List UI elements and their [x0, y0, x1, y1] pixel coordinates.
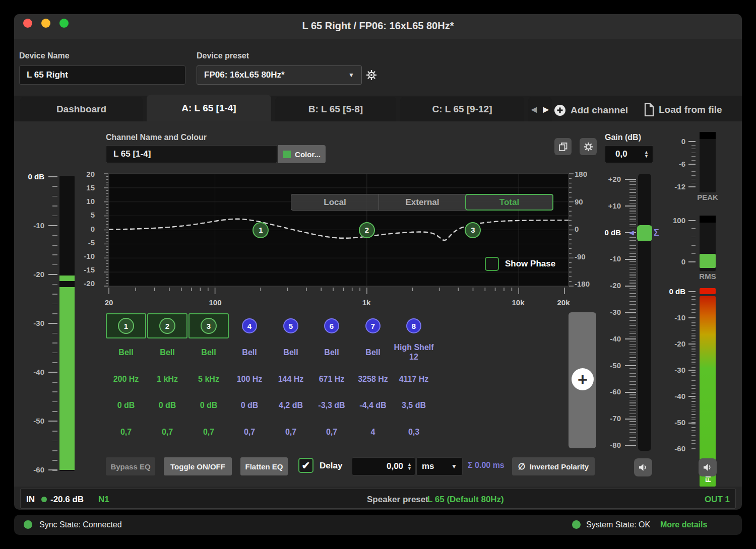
add-eq-band-column[interactable]: +	[569, 312, 596, 448]
minimize-window-button[interactable]	[41, 19, 50, 28]
zoom-window-button[interactable]	[59, 19, 69, 28]
device-preset-label: Device preset	[197, 51, 249, 60]
show-phase-checkbox[interactable]	[485, 257, 499, 271]
eq-band-q: 0,7	[147, 428, 187, 437]
plus-circle-icon	[554, 104, 566, 116]
output-meter-clip-indicator	[700, 288, 716, 294]
tick-label: -50	[15, 417, 44, 426]
peak-meter-scale: 0-6-12	[666, 137, 685, 191]
speaker-icon	[639, 463, 648, 471]
tick-label: -20	[15, 270, 44, 279]
delay-label: Delay	[320, 461, 342, 471]
eq-band-number[interactable]: 2	[159, 318, 175, 334]
rms-meter-label: RMS	[692, 272, 723, 281]
eq-graph-svg[interactable]	[85, 171, 589, 311]
eq-band-type: Bell	[229, 338, 270, 366]
inverted-polarity-button[interactable]: ∅ Inverted Polarity	[512, 457, 595, 475]
eq-band-2[interactable]: 2 Bell 1 kHz 0 dB 0,7	[147, 310, 187, 448]
eq-band-4[interactable]: 4 Bell 100 Hz 0 dB 0,7	[229, 310, 270, 448]
tick-label: 0 dB	[659, 287, 685, 296]
tick-label: -20	[659, 339, 685, 349]
preset-settings-button[interactable]	[366, 70, 377, 83]
fader-mute-button[interactable]	[634, 458, 652, 476]
eq-point-handle[interactable]: 3	[465, 222, 481, 238]
gain-fader-track[interactable]	[638, 174, 651, 451]
close-window-button[interactable]	[23, 19, 32, 28]
eq-band-number[interactable]: 7	[365, 318, 381, 333]
eq-band-type: Bell	[311, 338, 352, 366]
eq-view-total-button[interactable]: Total	[465, 194, 553, 211]
tick-label: 0 dB	[595, 228, 621, 237]
tab-channel-a[interactable]: A: L 65 [1-4]	[147, 95, 271, 121]
eq-band-number[interactable]: 3	[201, 318, 217, 334]
delay-unit-select[interactable]: ms ▼	[416, 457, 463, 475]
gain-fader-handle[interactable]	[637, 225, 652, 241]
eq-band-freq: 3258 Hz	[353, 375, 393, 384]
delay-checkbox[interactable]: ✔	[298, 458, 313, 473]
eq-band-5[interactable]: 5 Bell 144 Hz 4,2 dB 0,7	[271, 310, 311, 448]
eq-point-handle[interactable]: 1	[253, 222, 269, 238]
system-state-dot	[572, 520, 581, 529]
tab-scroll-right-button[interactable]: ▶	[543, 105, 549, 113]
tab-dashboard[interactable]: Dashboard	[20, 97, 143, 121]
delay-unit-value: ms	[422, 461, 434, 471]
polarity-icon: ∅	[518, 461, 526, 472]
eq-band-gain: 0 dB	[188, 401, 229, 410]
load-from-file-label: Load from file	[659, 104, 722, 115]
eq-band-type: Bell	[147, 338, 187, 366]
spinner-arrows-icon[interactable]: ▲▼	[407, 462, 412, 470]
tab-channel-b[interactable]: B: L 65 [5-8]	[275, 97, 396, 121]
add-channel-button[interactable]: Add channel	[554, 104, 628, 116]
eq-band-6[interactable]: 6 Bell 671 Hz -3,3 dB 0,7	[311, 310, 352, 448]
color-button[interactable]: Color...	[278, 145, 326, 163]
plus-icon: +	[578, 371, 588, 388]
spinner-arrows-icon[interactable]: ▲▼	[644, 150, 649, 158]
tab-scroll-left-button[interactable]: ◀	[531, 105, 537, 113]
flatten-eq-button[interactable]: Flatten EQ	[240, 457, 288, 475]
eq-band-1[interactable]: 1 Bell 200 Hz 0 dB 0,7	[106, 310, 146, 448]
eq-band-type: Bell	[271, 338, 311, 366]
toggle-on-off-button[interactable]: Toggle ON/OFF	[164, 457, 232, 475]
tick-label: -60	[15, 465, 44, 474]
eq-band-freq: 671 Hz	[311, 375, 352, 384]
gear-icon	[366, 70, 377, 81]
eq-band-3[interactable]: 3 Bell 5 kHz 0 dB 0,7	[188, 310, 229, 448]
tick-label: -10	[659, 313, 685, 322]
more-details-link[interactable]: More details	[660, 520, 707, 529]
tick-label: -6	[666, 160, 685, 169]
sync-state-dot	[24, 520, 32, 529]
bypass-eq-button[interactable]: Bypass EQ	[106, 457, 155, 475]
tab-label: A: L 65 [1-4]	[181, 103, 236, 114]
eq-band-freq: 100 Hz	[229, 375, 270, 384]
load-from-file-button[interactable]: Load from file	[644, 103, 722, 116]
delay-value-field[interactable]: 0,00 ▲▼	[352, 457, 415, 475]
eq-band-number[interactable]: 5	[283, 318, 298, 333]
device-preset-select[interactable]: FP06: 16xL65 80Hz* ▼	[197, 65, 362, 85]
peak-meter	[700, 132, 716, 192]
device-name-input[interactable]: L 65 Right	[19, 65, 185, 85]
eq-band-number[interactable]: 1	[118, 318, 134, 334]
eq-view-external-button[interactable]: External	[379, 194, 466, 210]
copy-channel-button[interactable]	[554, 138, 572, 155]
gain-spinbox[interactable]: 0,0 ▲▼	[605, 145, 653, 163]
channel-name-input[interactable]: L 65 [1-4]	[106, 145, 277, 163]
eq-band-7[interactable]: 7 Bell 3258 Hz -4,4 dB 4	[353, 310, 393, 448]
add-eq-band-button[interactable]: +	[572, 368, 594, 390]
out-label: OUT 1	[670, 495, 730, 505]
channel-settings-button[interactable]	[580, 138, 597, 155]
tab-channel-c[interactable]: C: L 65 [9-12]	[400, 97, 524, 121]
eq-band-gain: -3,3 dB	[311, 401, 352, 410]
eq-band-number[interactable]: 8	[406, 318, 421, 333]
eq-point-handle[interactable]: 2	[359, 222, 375, 238]
eq-band-number[interactable]: 4	[242, 318, 257, 333]
input-meter-scale: 0 dB-10-20-30-40-50-60	[15, 172, 44, 474]
tab-scroll-group: ◀ ▶	[528, 97, 552, 121]
tick-label: -40	[595, 334, 621, 344]
tick-label: -10	[15, 221, 44, 230]
eq-view-local-button[interactable]: Local	[291, 194, 379, 210]
eq-band-gain: -4,4 dB	[353, 401, 393, 410]
eq-band-8[interactable]: 8 High Shelf 12 4117 Hz 3,5 dB 0,3	[394, 310, 434, 448]
peak-meter-header	[700, 132, 716, 139]
eq-band-number[interactable]: 6	[324, 318, 339, 333]
output-mute-button[interactable]	[699, 458, 717, 476]
